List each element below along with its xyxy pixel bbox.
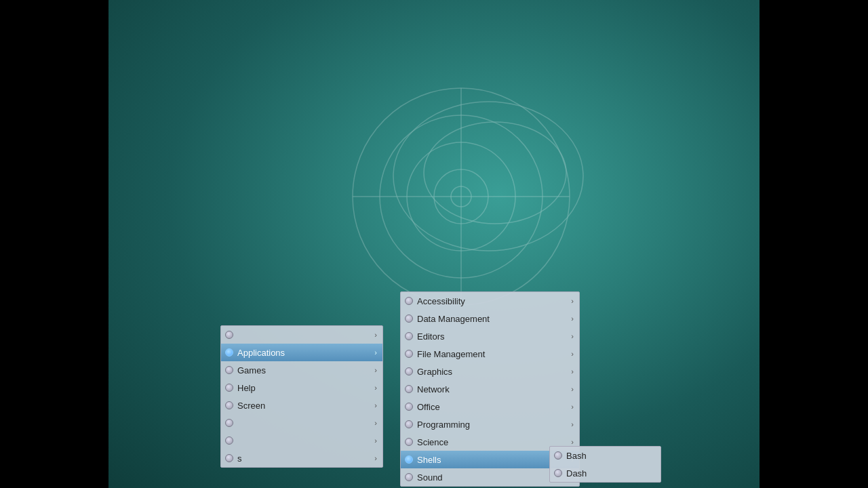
left-bar: [0, 0, 108, 488]
menu-item-label: Screen: [237, 401, 372, 411]
bullet-icon: [405, 438, 413, 446]
bullet-icon: [405, 367, 413, 375]
bullet-icon: [405, 297, 413, 305]
menu-item-help[interactable]: Help ›: [221, 379, 382, 396]
arrow-icon: ›: [374, 454, 377, 462]
menu-item-graphics[interactable]: Graphics ›: [401, 363, 579, 380]
menu-item-label: Science: [417, 437, 568, 447]
menus-wrapper: › Applications › Games › Help ›: [217, 0, 760, 488]
menu-item-dash[interactable]: Dash: [550, 464, 660, 482]
menu-item-label: Games: [237, 365, 372, 375]
arrow-icon: ›: [374, 436, 377, 445]
arrow-icon: ›: [374, 384, 377, 392]
arrow-icon: ›: [374, 348, 377, 357]
menu-item-games[interactable]: Games ›: [221, 361, 382, 379]
bullet-icon: [405, 473, 413, 481]
menu-item-label: Dash: [566, 468, 655, 479]
bullet-icon: [225, 348, 233, 357]
menu-item-label: Applications: [237, 348, 372, 358]
bullet-icon: [405, 403, 413, 411]
menu-level4: Bash Dash: [549, 446, 661, 483]
arrow-icon: ›: [571, 297, 574, 305]
bullet-icon: [225, 384, 233, 392]
bullet-icon: [225, 331, 233, 339]
bullet-icon: [225, 454, 233, 462]
menu-item-label: Editors: [417, 331, 568, 342]
menu-item-editors[interactable]: Editors ›: [401, 327, 579, 345]
arrow-icon: ›: [374, 331, 377, 339]
bullet-icon: [405, 455, 413, 464]
bullet-icon: [225, 419, 233, 427]
menu-item-label: Programming: [417, 420, 568, 430]
menu-item-label: Help: [237, 383, 372, 393]
arrow-icon: ›: [571, 403, 574, 411]
arrow-icon: ›: [571, 367, 574, 375]
menu-item-bash[interactable]: Bash: [550, 447, 660, 464]
bullet-icon: [405, 420, 413, 428]
arrow-icon: ›: [571, 385, 574, 393]
bullet-icon: [554, 451, 562, 460]
menu-level1: › Applications › Games › Help ›: [220, 325, 383, 468]
menu-item-programming[interactable]: Programming ›: [401, 415, 579, 433]
bullet-icon: [554, 469, 562, 477]
menu-item-network[interactable]: Network ›: [401, 380, 579, 398]
menu-item-partial1[interactable]: ›: [221, 414, 382, 432]
bullet-icon: [405, 350, 413, 358]
bullet-icon: [225, 401, 233, 409]
menu-item-label: Accessibility: [417, 296, 568, 306]
menu-item-label: File Management: [417, 349, 568, 359]
bullet-icon: [405, 385, 413, 393]
menu-item-accessibility[interactable]: Accessibility ›: [401, 292, 579, 310]
menu-item-data-management[interactable]: Data Management ›: [401, 310, 579, 327]
menu-item-label: Sound: [417, 472, 568, 483]
menu-item-partial-top[interactable]: ›: [221, 326, 382, 344]
bullet-icon: [405, 332, 413, 340]
menu-item-partial2[interactable]: ›: [221, 432, 382, 449]
arrow-icon: ›: [374, 366, 377, 374]
menu-item-office[interactable]: Office ›: [401, 398, 579, 415]
menu-item-label: Graphics: [417, 367, 568, 377]
menu-item-label: Office: [417, 402, 568, 412]
menu-item-label: Network: [417, 384, 568, 394]
arrow-icon: ›: [571, 420, 574, 428]
menu-item-partial3[interactable]: s ›: [221, 449, 382, 467]
menu-item-file-management[interactable]: File Management ›: [401, 345, 579, 363]
arrow-icon: ›: [374, 401, 377, 409]
arrow-icon: ›: [571, 438, 574, 446]
bullet-icon: [225, 366, 233, 374]
arrow-icon: ›: [571, 350, 574, 358]
right-bar: [760, 0, 868, 488]
arrow-icon: ›: [571, 314, 574, 323]
menu-item-label: Data Management: [417, 314, 568, 324]
bullet-icon: [405, 314, 413, 323]
menu-item-applications[interactable]: Applications ›: [221, 344, 382, 361]
bullet-icon: [225, 436, 233, 445]
menu-item-label: Bash: [566, 451, 655, 461]
menu-item-label: Shells: [417, 455, 568, 465]
desktop: › Applications › Games › Help ›: [108, 0, 760, 488]
menu-item-label: s: [237, 453, 372, 464]
arrow-icon: ›: [571, 332, 574, 340]
menu-item-screen[interactable]: Screen ›: [221, 396, 382, 414]
arrow-icon: ›: [374, 419, 377, 427]
